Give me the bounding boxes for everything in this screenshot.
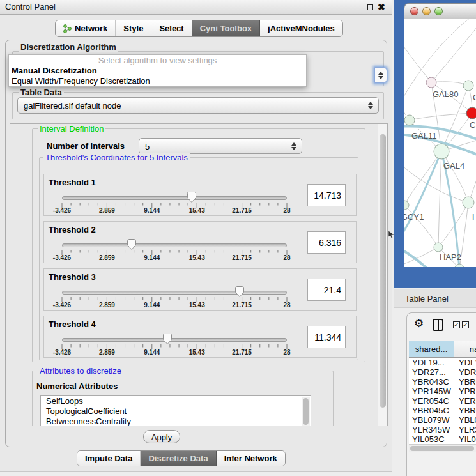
dropdown-option-equal-width[interactable]: Equal Width/Frequency Discretization bbox=[9, 76, 306, 86]
threshold-value-field[interactable] bbox=[307, 231, 346, 254]
table-body: YDL19...YDL1YDR27...YDR2YBR043CYBR0YPR14… bbox=[409, 358, 476, 444]
threshold-coordinates-group: Threshold's Coordinates for 5 Intervals … bbox=[39, 157, 358, 360]
slider-tick-label: -3.426 bbox=[53, 207, 71, 214]
slider-thumb[interactable] bbox=[234, 286, 245, 298]
scrollbar-thumb[interactable] bbox=[303, 398, 309, 425]
attribute-list-item[interactable]: BetweennessCentrality bbox=[41, 417, 311, 426]
numerical-attributes-list[interactable]: SelfLoopsTopologicalCoefficientBetweenne… bbox=[40, 395, 311, 426]
checkbox-checked-icon[interactable]: ✓ bbox=[453, 321, 460, 328]
slider-tick-label: 28 bbox=[283, 254, 290, 261]
tab-jactivemnodules[interactable]: jActiveMNodules bbox=[260, 20, 342, 36]
network-edge bbox=[468, 160, 476, 203]
threshold-value-field[interactable] bbox=[307, 184, 346, 206]
network-edge bbox=[404, 38, 431, 82]
tab-infer-network[interactable]: Infer Network bbox=[217, 451, 285, 466]
settings-vertical-scrollbar[interactable] bbox=[378, 124, 388, 426]
cell-shared-name: YIL053C bbox=[412, 434, 445, 444]
table-row[interactable]: YBR045CYBR0 bbox=[409, 406, 476, 415]
table-row[interactable]: YDR27...YDR2 bbox=[409, 367, 476, 377]
scrollbar-thumb[interactable] bbox=[410, 446, 474, 451]
dropdown-prompt: Select algorithm to view settings bbox=[9, 55, 306, 66]
slider-thumb[interactable] bbox=[127, 238, 137, 250]
dropdown-option-manual[interactable]: Manual Discretization bbox=[9, 66, 306, 76]
tab-style[interactable]: Style bbox=[116, 20, 151, 36]
slider-tick-label: 9.144 bbox=[144, 207, 160, 214]
cell-shared-name: YDR27... bbox=[412, 367, 446, 377]
slider-tick-labels: -3.4262.8599.14415.4321.71528 bbox=[44, 349, 356, 357]
tab-network[interactable]: Network bbox=[56, 20, 116, 36]
tab-label: jActiveMNodules bbox=[268, 24, 335, 33]
slider-tick-label: 9.144 bbox=[144, 302, 160, 309]
slider-track[interactable] bbox=[62, 243, 287, 247]
checkbox-checked-icon[interactable]: ✓ bbox=[462, 321, 469, 328]
HAP2-node[interactable] bbox=[434, 243, 443, 252]
slider-tick-labels: -3.4262.8599.14415.4321.71528 bbox=[44, 254, 356, 262]
column-header-shared-name[interactable]: shared... bbox=[409, 341, 454, 358]
attribute-list-item[interactable]: TopologicalCoefficient bbox=[41, 406, 311, 417]
slider-thumb[interactable] bbox=[162, 333, 173, 345]
apply-button[interactable]: Apply bbox=[143, 430, 180, 443]
slider-track[interactable] bbox=[62, 291, 287, 295]
table-row[interactable]: YER054CYER0 bbox=[409, 396, 476, 406]
cell-name: YBL0 bbox=[459, 415, 476, 425]
table-row[interactable]: YLR345WYLR3 bbox=[409, 425, 476, 434]
threshold-coordinates-label: Threshold's Coordinates for 5 Intervals bbox=[43, 153, 190, 162]
slider-tick-label: 2.859 bbox=[99, 207, 115, 214]
red-node[interactable] bbox=[466, 107, 476, 119]
slider-track[interactable] bbox=[62, 338, 287, 342]
cell-name: YER0 bbox=[459, 396, 476, 406]
table-panel: ⚙ ✓ ✓ shared... name YDL19...YDL1YDR27..… bbox=[406, 312, 476, 476]
interval-definition-group: Interval Definition Number of Intervals … bbox=[32, 128, 365, 362]
slider-tick-label: -3.426 bbox=[53, 349, 71, 356]
slider-tick-label: 2.859 bbox=[99, 302, 115, 309]
cell-name: YPR1 bbox=[459, 387, 476, 396]
close-icon[interactable]: ✖ bbox=[378, 1, 385, 13]
tab-select[interactable]: Select bbox=[151, 20, 192, 36]
number-of-intervals-combobox[interactable]: 5 bbox=[139, 138, 302, 154]
attribute-list-item[interactable]: SelfLoops bbox=[41, 396, 311, 406]
split-view-icon[interactable] bbox=[433, 319, 443, 331]
tab-label: Infer Network bbox=[224, 454, 277, 463]
GAL11-node[interactable] bbox=[404, 115, 415, 125]
H-node[interactable] bbox=[463, 197, 474, 208]
table-row[interactable]: YPR145WYPR1 bbox=[409, 387, 476, 396]
threshold-value-field[interactable] bbox=[307, 326, 346, 348]
GCY1-node[interactable] bbox=[404, 201, 409, 210]
threshold-value-field[interactable] bbox=[307, 279, 346, 301]
G-node[interactable] bbox=[463, 81, 473, 91]
algorithm-combobox-arrows[interactable] bbox=[374, 67, 387, 83]
threshold-panel: Threshold 3 -3.4262.8599.14415.4321.7152… bbox=[43, 268, 357, 311]
close-light[interactable] bbox=[410, 7, 418, 15]
table-data-combobox-value: galFiltered.sif default node bbox=[24, 101, 121, 111]
zoom-light[interactable] bbox=[434, 7, 443, 15]
float-window-icon[interactable] bbox=[367, 4, 373, 10]
attributes-list-scrollbar[interactable] bbox=[302, 397, 310, 426]
column-header-name[interactable]: name bbox=[454, 341, 476, 358]
tab-discretize-data[interactable]: Discretize Data bbox=[141, 451, 216, 466]
cyni-toolbox-panel: Discretization Algorithm Select algorith… bbox=[5, 40, 387, 447]
algorithm-dropdown-popup: Select algorithm to view settings Manual… bbox=[8, 54, 307, 87]
table-data-combobox[interactable]: galFiltered.sif default node bbox=[17, 97, 379, 114]
tab-cyni-toolbox[interactable]: Cyni Toolbox bbox=[192, 20, 260, 36]
table-row[interactable]: YBL079WYBL0 bbox=[409, 415, 476, 425]
table-horizontal-scrollbar[interactable] bbox=[409, 444, 476, 452]
bottom-node[interactable] bbox=[455, 264, 464, 267]
panel-title: Control Panel bbox=[5, 2, 56, 12]
GAL4-node[interactable] bbox=[434, 144, 449, 159]
scrollbar-thumb[interactable] bbox=[380, 134, 386, 408]
table-row[interactable]: YBR043CYBR0 bbox=[409, 377, 476, 387]
slider-tick-label: 15.43 bbox=[189, 207, 205, 214]
network-canvas[interactable]: GAL80GCGAL11GAL4GCY1HHAP2 bbox=[404, 19, 476, 267]
GAL80-node[interactable] bbox=[426, 77, 436, 88]
table-row[interactable]: YDL19...YDL1 bbox=[409, 358, 476, 367]
slider-thumb[interactable] bbox=[187, 191, 197, 203]
cell-shared-name: YER054C bbox=[412, 396, 449, 406]
table-row[interactable]: YIL053CYIL0 bbox=[409, 434, 476, 444]
number-of-intervals-label: Number of Intervals bbox=[47, 141, 125, 151]
gear-icon[interactable]: ⚙ bbox=[414, 318, 424, 330]
attributes-to-discretize-group: Attributes to discretize Numerical Attri… bbox=[32, 371, 334, 426]
slider-tick-label: -3.426 bbox=[53, 302, 71, 309]
tab-impute-data[interactable]: Impute Data bbox=[77, 451, 141, 466]
slider-track[interactable] bbox=[62, 196, 287, 200]
minimize-light[interactable] bbox=[422, 7, 431, 15]
